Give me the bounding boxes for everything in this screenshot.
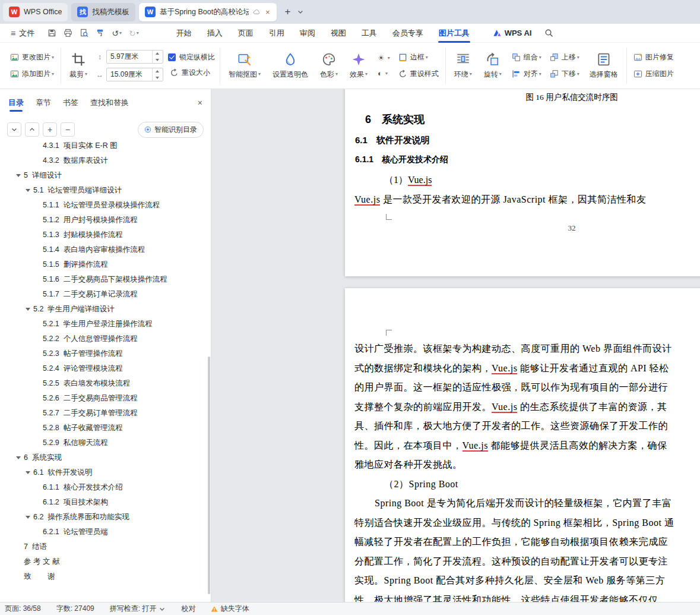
step-up-icon[interactable]: [153, 51, 161, 57]
set-transparent-button[interactable]: 设置透明色: [269, 51, 312, 81]
toc-item[interactable]: 5.2 学生用户端详细设计: [0, 302, 211, 317]
new-tab-button[interactable]: +: [280, 5, 294, 19]
change-picture-button[interactable]: 更改图片▾: [8, 51, 56, 64]
print-button[interactable]: [61, 26, 75, 40]
menu-reference[interactable]: 引用: [261, 24, 292, 43]
height-value[interactable]: [107, 51, 152, 63]
step-up-icon[interactable]: [153, 68, 161, 75]
redo-button[interactable]: ↻▾: [126, 26, 141, 40]
toc-item[interactable]: 5.2.2 个人信息管理操作流程: [0, 332, 211, 346]
menu-picture-tools[interactable]: 图片工具: [431, 24, 477, 43]
color-button[interactable]: 色彩▾: [316, 51, 341, 81]
toc-item[interactable]: 4.3.2 数据库表设计: [0, 153, 211, 168]
proofread-button[interactable]: 校对: [181, 604, 195, 614]
toc-expand-caret-icon[interactable]: [26, 516, 30, 519]
toc-item[interactable]: 4.3.1 项目实体 E-R 图: [0, 138, 211, 153]
reset-style-button[interactable]: 重设样式: [397, 68, 441, 80]
step-down-icon[interactable]: [153, 75, 161, 81]
toc-item[interactable]: 5.1.2 用户封号模块操作流程: [0, 213, 211, 228]
menu-tools[interactable]: 工具: [354, 24, 385, 43]
add-picture-button[interactable]: 添加图片▾: [8, 68, 56, 80]
toc-item[interactable]: 5 详细设计: [0, 168, 211, 183]
toc-expand-caret-icon[interactable]: [26, 471, 30, 474]
wps-ai-button[interactable]: WPS AI: [493, 29, 532, 37]
collapse-all-button[interactable]: [7, 122, 21, 137]
wrap-button[interactable]: 环绕▾: [451, 51, 476, 81]
tab-template[interactable]: 找 找稿壳模板: [71, 3, 135, 21]
document-canvas[interactable]: 图 16 用户私信交流时序图 6 系统实现 6.1 软件开发说明 6.1.1 核…: [211, 89, 700, 602]
tab-document[interactable]: W 基于Spring Boot的高校论坛... ×: [139, 3, 277, 21]
picture-repair-button[interactable]: 图片修复: [632, 51, 676, 64]
align-button[interactable]: 对齐▾: [510, 68, 543, 80]
height-stepper[interactable]: [152, 51, 161, 63]
lock-aspect-checkbox[interactable]: 锁定纵横比: [168, 52, 215, 62]
toc-item[interactable]: 5.1.5 删评操作流程: [0, 257, 211, 272]
toc-item[interactable]: 5.2.3 帖子管理操作流程: [0, 346, 211, 361]
tab-bookmarks[interactable]: 书签: [63, 89, 78, 116]
toc-item[interactable]: 5.1.3 封贴模块操作流程: [0, 228, 211, 242]
expand-all-button[interactable]: [25, 122, 39, 137]
selection-pane-button[interactable]: 选择窗格: [586, 51, 622, 81]
expand-level-button[interactable]: +: [43, 122, 57, 137]
toc-item[interactable]: 6 系统实现: [0, 450, 211, 465]
smart-toc-button[interactable]: 智能识别目录: [138, 122, 204, 138]
menu-member[interactable]: 会员专享: [385, 24, 431, 43]
toc-item[interactable]: 致 谢: [0, 569, 211, 584]
toc-item[interactable]: 5.1 论坛管理员端详细设计: [0, 183, 211, 198]
document-page-1[interactable]: 图 16 用户私信交流时序图 6 系统实现 6.1 软件开发说明 6.1.1 核…: [345, 89, 700, 276]
rotate-button[interactable]: 旋转▾: [480, 51, 505, 81]
toc-item[interactable]: 5.2.1 学生用户登录注册操作流程: [0, 317, 211, 332]
border-button[interactable]: 边框▾: [397, 51, 441, 64]
search-icon[interactable]: [544, 29, 553, 37]
missing-font-warning[interactable]: 缺失字体: [211, 604, 249, 614]
brightness-button[interactable]: ☀ ▾: [376, 52, 392, 64]
toc-item[interactable]: 6.1.2 项目技术架构: [0, 495, 211, 510]
toc-expand-caret-icon[interactable]: [26, 189, 30, 192]
undo-button[interactable]: ↺▾: [109, 26, 124, 40]
format-painter-button[interactable]: [93, 26, 107, 40]
toc-item[interactable]: 5.2.8 帖子收藏管理流程: [0, 421, 211, 436]
toc-item[interactable]: 5.2.6 二手交易商品管理流程: [0, 391, 211, 406]
toc-item[interactable]: 5.2.7 二手交易订单管理流程: [0, 406, 211, 421]
toc-item[interactable]: 5.1.1 论坛管理员登录模块操作流程: [0, 198, 211, 213]
effect-button[interactable]: 效果▾: [346, 51, 371, 81]
toc-item[interactable]: 6.2 操作系统界面和功能实现: [0, 510, 211, 525]
tab-wps-office[interactable]: W WPS Office: [3, 3, 68, 21]
contrast-button[interactable]: ◐ ▾: [376, 68, 392, 79]
collapse-level-button[interactable]: −: [61, 122, 75, 137]
toc-item[interactable]: 5.1.7 二手交易订单记录流程: [0, 287, 211, 302]
tab-chapters[interactable]: 章节: [36, 89, 51, 116]
menu-review[interactable]: 审阅: [292, 24, 323, 43]
tab-find-replace[interactable]: 查找和替换: [90, 89, 129, 116]
save-button[interactable]: [45, 26, 59, 40]
toc-item[interactable]: 5.1.4 表白墙内容审核操作流程: [0, 242, 211, 257]
toc-item[interactable]: 6.2.1 论坛管理员端: [0, 525, 211, 540]
toc-expand-caret-icon[interactable]: [16, 456, 21, 459]
toc-item[interactable]: 5.2.9 私信聊天流程: [0, 436, 211, 450]
file-menu-button[interactable]: ≡ 文件: [6, 28, 39, 39]
toc-item[interactable]: 6.1.1 核心开发技术介绍: [0, 480, 211, 495]
dropdown-caret-icon[interactable]: ▾: [119, 31, 122, 36]
tab-list-dropdown-icon[interactable]: [294, 5, 306, 19]
sidebar-scrollbar[interactable]: [208, 357, 210, 594]
width-stepper[interactable]: [152, 68, 161, 81]
toc-item[interactable]: 7 结语: [0, 540, 211, 554]
word-count[interactable]: 字数: 27409: [56, 604, 94, 614]
menu-home[interactable]: 开始: [169, 24, 199, 43]
smart-cutout-button[interactable]: 智能抠图▾: [225, 51, 264, 81]
toc-item[interactable]: 参 考 文 献: [0, 554, 211, 569]
send-backward-button[interactable]: 下移▾: [548, 68, 581, 80]
crop-button[interactable]: 裁剪▾: [66, 51, 91, 81]
toc-item[interactable]: 5.2.4 评论管理模块流程: [0, 361, 211, 376]
toc-item[interactable]: 5.2.5 表白墙发布模块流程: [0, 376, 211, 391]
tab-toc[interactable]: 目录: [8, 89, 24, 116]
group-button[interactable]: 组合▾: [510, 51, 543, 64]
toc-item[interactable]: 5.1.6 二手交易商品下架模块操作流程: [0, 272, 211, 287]
document-page-2[interactable]: 设计广受推崇。该框架专为构建动态、高度可重用的 Web 界面组件而设计式的数据绑…: [345, 288, 700, 602]
bring-forward-button[interactable]: 上移▾: [548, 51, 581, 64]
reset-size-button[interactable]: 重设大小: [168, 67, 215, 79]
spellcheck-toggle[interactable]: 拼写检查: 打开: [110, 604, 166, 614]
tab-close-icon[interactable]: ×: [264, 8, 271, 17]
compress-picture-button[interactable]: 压缩图片: [632, 68, 676, 80]
width-input[interactable]: [106, 68, 163, 81]
